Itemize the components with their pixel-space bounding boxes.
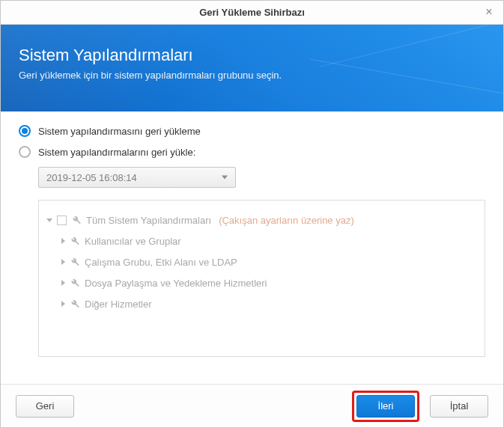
chevron-right-icon bbox=[61, 280, 65, 286]
chevron-right-icon bbox=[61, 301, 65, 307]
wrench-icon bbox=[70, 236, 80, 246]
tree-item[interactable]: Kullanıcılar ve Gruplar bbox=[61, 230, 477, 251]
chevron-right-icon bbox=[61, 238, 65, 244]
window-title: Geri Yükleme Sihirbazı bbox=[199, 7, 305, 18]
chevron-right-icon bbox=[61, 259, 65, 265]
radio-icon bbox=[19, 125, 31, 137]
wrench-icon bbox=[71, 215, 82, 225]
wizard-banner: Sistem Yapılandırmaları Geri yüklemek iç… bbox=[1, 25, 503, 111]
wrench-icon bbox=[70, 299, 80, 309]
checkbox[interactable] bbox=[57, 215, 67, 225]
tree-root[interactable]: Tüm Sistem Yapılandırmaları (Çakışan aya… bbox=[46, 210, 477, 230]
next-button-highlight: İleri bbox=[352, 391, 419, 422]
tree-root-label: Tüm Sistem Yapılandırmaları bbox=[86, 215, 211, 226]
radio-icon bbox=[19, 146, 31, 158]
chevron-down-icon bbox=[222, 176, 228, 180]
wizard-content: Sistem yapılandırmasını geri yükleme Sis… bbox=[1, 111, 503, 357]
tree-item-label: Dosya Paylaşma ve Yedekleme Hizmetleri bbox=[85, 278, 267, 289]
wrench-icon bbox=[70, 257, 80, 267]
chevron-down-icon bbox=[46, 218, 52, 222]
tree-item-label: Diğer Hizmetler bbox=[85, 299, 152, 310]
tree-item-label: Çalışma Grubu, Etki Alanı ve LDAP bbox=[85, 257, 237, 268]
next-button[interactable]: İleri bbox=[356, 395, 415, 418]
banner-subtitle: Geri yüklemek için bir sistem yapılandır… bbox=[19, 70, 485, 81]
tree-item-label: Kullanıcılar ve Gruplar bbox=[85, 236, 181, 247]
radio-restore-configs[interactable]: Sistem yapılandırmalarını geri yükle: bbox=[19, 146, 485, 158]
tree-item[interactable]: Diğer Hizmetler bbox=[61, 293, 477, 314]
dropdown-value: 2019-12-05 16:08:14 bbox=[46, 172, 137, 183]
back-button[interactable]: Geri bbox=[16, 395, 74, 418]
radio-label: Sistem yapılandırmasını geri yükleme bbox=[38, 126, 201, 137]
tree-item[interactable]: Çalışma Grubu, Etki Alanı ve LDAP bbox=[61, 251, 477, 272]
wizard-footer: Geri İleri İptal bbox=[1, 384, 503, 427]
titlebar: Geri Yükleme Sihirbazı × bbox=[1, 1, 503, 25]
wrench-icon bbox=[70, 278, 80, 288]
cancel-button[interactable]: İptal bbox=[430, 395, 488, 418]
timestamp-dropdown[interactable]: 2019-12-05 16:08:14 bbox=[38, 167, 236, 188]
config-tree: Tüm Sistem Yapılandırmaları (Çakışan aya… bbox=[38, 200, 485, 357]
radio-restore-config[interactable]: Sistem yapılandırmasını geri yükleme bbox=[19, 125, 485, 137]
close-icon[interactable]: × bbox=[482, 5, 496, 19]
radio-label: Sistem yapılandırmalarını geri yükle: bbox=[38, 147, 195, 158]
banner-title: Sistem Yapılandırmaları bbox=[19, 46, 485, 65]
tree-root-note: (Çakışan ayarların üzerine yaz) bbox=[219, 215, 354, 226]
tree-item[interactable]: Dosya Paylaşma ve Yedekleme Hizmetleri bbox=[61, 272, 477, 293]
